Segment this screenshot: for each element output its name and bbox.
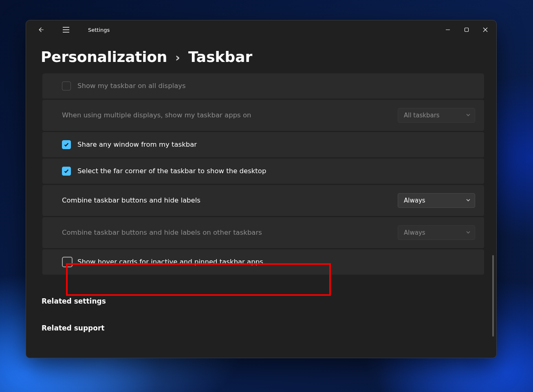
heading-related-support: Related support xyxy=(26,305,496,332)
close-icon xyxy=(483,27,488,32)
back-button[interactable] xyxy=(33,22,48,37)
minimize-button[interactable] xyxy=(438,23,457,36)
dropdown-combine-buttons-other: Always xyxy=(398,225,475,240)
row-show-all-displays: Show my taskbar on all displays xyxy=(42,73,484,99)
settings-window: Settings Personalization › Taskbar Show … xyxy=(26,20,497,358)
maximize-button[interactable] xyxy=(457,23,476,36)
dropdown-multi-display-apps: All taskbars xyxy=(398,108,475,123)
breadcrumb-current: Taskbar xyxy=(188,49,252,65)
chevron-down-icon xyxy=(466,197,471,204)
checkbox-hover-cards[interactable] xyxy=(62,257,73,267)
check-icon xyxy=(64,168,69,174)
hamburger-button[interactable] xyxy=(59,22,73,37)
scrollbar-thumb[interactable] xyxy=(492,255,494,337)
row-multi-display-apps: When using multiple displays, show my ta… xyxy=(42,100,484,131)
chevron-down-icon xyxy=(466,229,471,236)
breadcrumb-parent[interactable]: Personalization xyxy=(41,49,167,65)
checkbox-share-window[interactable] xyxy=(62,140,71,149)
content-area: Personalization › Taskbar Show my taskba… xyxy=(26,39,496,358)
row-hover-cards[interactable]: Show hover cards for inactive and pinned… xyxy=(42,249,484,275)
row-share-window[interactable]: Share any window from my taskbar xyxy=(42,132,484,157)
label-hover-cards: Show hover cards for inactive and pinned… xyxy=(77,258,263,266)
row-combine-buttons[interactable]: Combine taskbar buttons and hide labels … xyxy=(42,185,484,216)
app-title: Settings xyxy=(88,27,110,33)
label-combine-buttons-other: Combine taskbar buttons and hide labels … xyxy=(62,229,262,236)
label-combine-buttons: Combine taskbar buttons and hide labels xyxy=(62,196,200,204)
maximize-icon xyxy=(464,27,469,32)
check-icon xyxy=(64,142,69,148)
label-far-corner: Select the far corner of the taskbar to … xyxy=(77,167,266,175)
row-combine-buttons-other: Combine taskbar buttons and hide labels … xyxy=(42,217,484,248)
heading-related-settings: Related settings xyxy=(26,276,496,305)
minimize-icon xyxy=(445,27,450,32)
breadcrumb: Personalization › Taskbar xyxy=(26,39,496,73)
titlebar: Settings xyxy=(26,20,496,39)
checkbox-far-corner[interactable] xyxy=(62,167,71,176)
svg-rect-0 xyxy=(465,28,469,32)
arrow-left-icon xyxy=(37,26,44,33)
row-far-corner-desktop[interactable]: Select the far corner of the taskbar to … xyxy=(42,159,484,184)
dropdown-combine-buttons[interactable]: Always xyxy=(398,193,475,208)
chevron-down-icon xyxy=(466,112,471,119)
label-multi-display-apps: When using multiple displays, show my ta… xyxy=(62,111,251,119)
chevron-right-icon: › xyxy=(175,51,180,64)
checkbox-show-all-displays xyxy=(62,81,71,90)
close-button[interactable] xyxy=(476,23,495,36)
label-show-all-displays: Show my taskbar on all displays xyxy=(77,82,186,90)
hamburger-icon xyxy=(62,27,70,33)
label-share-window: Share any window from my taskbar xyxy=(77,141,197,148)
